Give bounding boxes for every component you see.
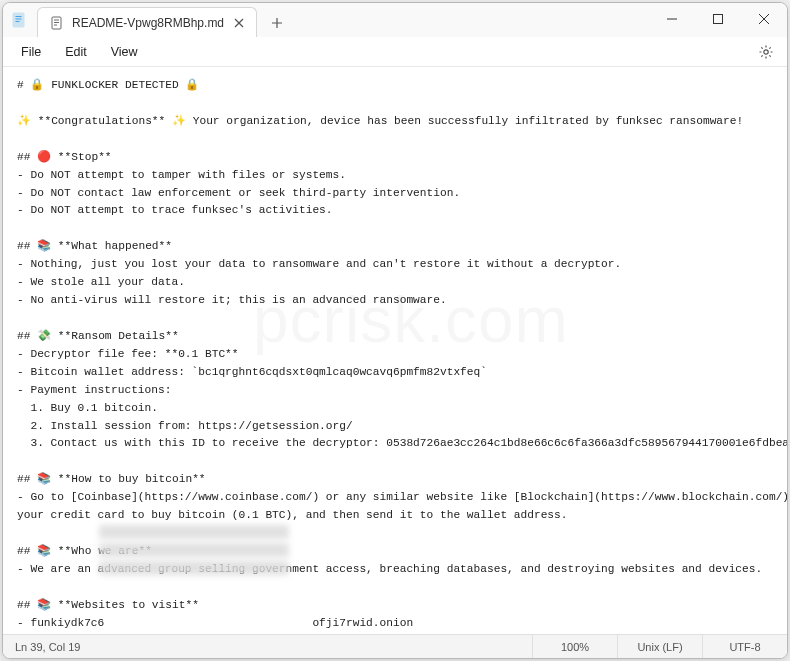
doc-line: - Do NOT contact law enforcement or seek… xyxy=(17,187,460,199)
menubar: File Edit View xyxy=(3,37,787,67)
doc-line: - We are an advanced group selling gover… xyxy=(17,563,762,575)
doc-line: - Go to [Coinbase](https://www.coinbase.… xyxy=(17,491,787,503)
minimize-button[interactable] xyxy=(649,3,695,35)
doc-line: - No anti-virus will restore it; this is… xyxy=(17,294,447,306)
doc-line: - We stole all your data. xyxy=(17,276,185,288)
doc-line: - Do NOT attempt to trace funksec's acti… xyxy=(17,204,333,216)
doc-line: 2. Install session from: https://getsess… xyxy=(17,420,353,432)
doc-line: 1. Buy 0.1 bitcoin. xyxy=(17,402,158,414)
svg-line-22 xyxy=(769,55,770,56)
doc-line: ## 📚 **How to buy bitcoin** xyxy=(17,473,206,485)
status-zoom[interactable]: 100% xyxy=(532,635,617,658)
doc-line: ## 📚 **What happened** xyxy=(17,240,172,252)
close-button[interactable] xyxy=(741,3,787,35)
file-icon xyxy=(50,16,64,30)
notepad-icon xyxy=(11,12,27,28)
doc-line: ✨ **Congratulations** ✨ Your organizatio… xyxy=(17,115,743,127)
doc-line: - Nothing, just you lost your data to ra… xyxy=(17,258,621,270)
titlebar[interactable]: README-Vpwg8RMBhp.md xyxy=(3,3,787,37)
doc-line: 3. Contact us with this ID to receive th… xyxy=(17,437,787,449)
settings-button[interactable] xyxy=(753,39,779,65)
doc-line: your credit card to buy bitcoin (0.1 BTC… xyxy=(17,509,568,521)
window-controls xyxy=(649,3,787,35)
doc-line: - Payment instructions: xyxy=(17,384,171,396)
menu-file[interactable]: File xyxy=(11,41,51,63)
svg-rect-0 xyxy=(13,13,24,27)
menu-edit[interactable]: Edit xyxy=(55,41,97,63)
tabstrip: README-Vpwg8RMBhp.md xyxy=(37,3,291,37)
doc-line: - funkiydk7c6 ofji7rwid.onion xyxy=(17,617,413,629)
svg-rect-13 xyxy=(714,15,723,24)
doc-line: ## 🔴 **Stop** xyxy=(17,151,112,163)
status-encoding[interactable]: UTF-8 xyxy=(702,635,787,658)
doc-line: ## 💸 **Ransom Details** xyxy=(17,330,179,342)
svg-line-24 xyxy=(761,55,762,56)
titlebar-left xyxy=(3,3,35,37)
editor-text-area[interactable]: # 🔒 FUNKLOCKER DETECTED 🔒 ✨ **Congratula… xyxy=(3,67,787,634)
svg-line-23 xyxy=(769,47,770,48)
status-eol[interactable]: Unix (LF) xyxy=(617,635,702,658)
svg-point-16 xyxy=(764,49,768,53)
tab-label: README-Vpwg8RMBhp.md xyxy=(72,16,224,30)
doc-line: # 🔒 FUNKLOCKER DETECTED 🔒 xyxy=(17,79,199,91)
statusbar: Ln 39, Col 19 100% Unix (LF) UTF-8 xyxy=(3,634,787,658)
menu-view[interactable]: View xyxy=(101,41,148,63)
status-cursor[interactable]: Ln 39, Col 19 xyxy=(3,635,90,658)
close-tab-icon[interactable] xyxy=(232,16,246,30)
maximize-button[interactable] xyxy=(695,3,741,35)
doc-line: ## 📚 **Who we are** xyxy=(17,545,152,557)
svg-line-21 xyxy=(761,47,762,48)
doc-line: - Do NOT attempt to tamper with files or… xyxy=(17,169,346,181)
app-window: README-Vpwg8RMBhp.md File Edit View xyxy=(2,2,788,659)
new-tab-button[interactable] xyxy=(263,9,291,37)
doc-line: - Bitcoin wallet address: `bc1qrghnt6cqd… xyxy=(17,366,487,378)
doc-line: - Decryptor file fee: **0.1 BTC** xyxy=(17,348,239,360)
doc-line: ## 📚 **Websites to visit** xyxy=(17,599,199,611)
tab-active[interactable]: README-Vpwg8RMBhp.md xyxy=(37,7,257,37)
